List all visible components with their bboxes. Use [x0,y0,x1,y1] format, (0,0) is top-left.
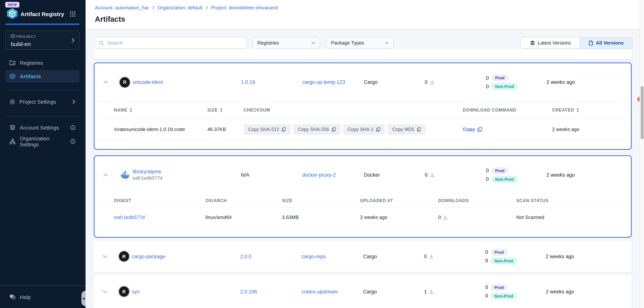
project-selector[interactable]: PROJECT build-en [5,31,80,50]
artifact-name-link[interactable]: library/alpine [132,169,241,174]
digest-link[interactable]: eafc1edb577d [114,214,206,220]
layers-icon [9,125,16,131]
sidebar-item-artifacts[interactable]: Artifacts [5,70,80,83]
artifact-registry-link[interactable]: docker-proxy-2 [302,172,364,178]
column-header: SIZE [207,108,218,112]
search-input[interactable] [107,40,242,46]
copy-icon [477,127,482,132]
environment-counts: 0Prod 0Non-Prod [485,284,546,299]
help-chat-icon: ? [9,294,16,300]
prod-count: 0 [486,75,489,81]
file-row: /cratesunicode-ident-1.0.19.crate 46.37K… [94,119,631,140]
gear-icon [9,99,15,105]
toggle-label: Latest Versions [538,40,571,46]
scan-status: Not Scanned [516,214,599,220]
column-header: SIZE [282,198,292,203]
row-menu-icon[interactable] [612,288,616,295]
feedback-beacon[interactable] [637,97,640,101]
collapse-row-icon[interactable] [103,80,108,84]
module-active-bar [5,24,80,25]
copy-sha512-button[interactable]: Copy SHA-512 [244,124,290,134]
sidebar-collapse-button[interactable]: ◀ [82,291,86,306]
downloads-count: 1 [424,289,427,294]
copy-md5-button[interactable]: Copy MD5 [388,124,426,134]
row-menu-icon[interactable] [599,214,602,221]
column-header: SCAN STATUS [516,198,548,203]
app-title: Artifact Registry [20,11,64,17]
prod-badge: Prod [491,249,508,255]
artifact-version: N/A [241,172,302,178]
breadcrumb-organization[interactable]: Organization: default [158,5,202,11]
sort-icon[interactable] [130,108,133,112]
row-menu-icon[interactable] [612,253,616,260]
package-types-filter-dropdown[interactable]: Package Types [326,37,394,49]
layers-icon [530,40,535,46]
copy-icon [376,127,380,131]
sidebar-item-label: Help [20,294,31,300]
copy-sha1-button[interactable]: Copy SHA-1 [343,124,385,134]
artifact-version-link[interactable]: 2.0.0 [240,254,302,259]
download-icon [430,173,434,177]
collapse-row-icon[interactable] [103,173,108,177]
registries-filter-dropdown[interactable]: Registries [252,37,320,49]
created-at: 2 weeks ago [546,79,613,85]
app-grid-icon[interactable] [70,11,76,17]
breadcrumb-project[interactable]: Project: donotdelete-shivanand [211,5,278,11]
prod-count: 0 [486,168,489,173]
scrollbar-track[interactable] [640,0,644,308]
artifact-name-link[interactable]: syn [132,289,240,294]
cargo-package-icon: R [120,77,130,87]
button-label: Copy MD5 [392,127,414,132]
column-header: CREATED [552,108,574,112]
package-type: Docker [364,172,425,178]
nonprod-badge: Non-Prod [491,292,517,299]
cargo-package-icon: R [119,251,129,261]
button-label: Copy SHA-1 [348,127,374,132]
all-versions-button[interactable]: All Versions [580,37,632,48]
copy-icon [282,127,286,131]
copy-sha256-button[interactable]: Copy SHA-256 [294,124,340,134]
download-icon [429,289,434,294]
artifact-name-link[interactable]: unicode-ident [132,79,241,85]
cargo-package-icon: R [119,287,129,296]
column-header: CHECKSUM [244,108,270,112]
file-size: 46.37KB [207,126,244,132]
sidebar-divider [5,116,80,116]
artifact-registry-link[interactable]: cargo-repo [302,254,363,259]
chevron-right-icon [152,6,154,10]
org-hierarchy-icon [9,138,16,144]
sidebar-item-account-settings[interactable]: Account Settings [5,121,80,134]
nonprod-count: 0 [485,293,488,299]
scrollbar-thumb[interactable] [641,86,644,139]
sidebar-item-help[interactable]: ? Help [5,291,80,303]
info-icon [70,125,76,130]
sidebar-item-project-settings[interactable]: Project Settings [5,95,80,108]
search-icon [99,40,104,46]
expand-row-icon[interactable] [102,290,108,293]
expand-row-icon[interactable] [102,255,108,258]
download-icon [429,254,434,259]
artifact-summary-row: library/alpine eafc1edb577d N/A docker-p… [94,156,631,194]
prod-badge: Prod [492,167,508,174]
sort-icon[interactable] [220,108,223,112]
copy-download-command-button[interactable]: Copy [463,126,552,132]
sidebar-item-organization-settings[interactable]: Organization Settings [5,135,80,148]
artifact-registry-link[interactable]: crates-upstream [302,289,363,294]
version-view-toggle: Latest Versions All Versions [520,37,633,49]
breadcrumb-account[interactable]: Account: automation_har [95,5,149,11]
row-menu-icon[interactable] [613,79,616,86]
artifact-name-link[interactable]: cargo-package [132,254,240,259]
artifact-registry-link[interactable]: cargo-up-temp-123 [302,79,364,85]
downloads-count: 0 [425,172,428,178]
downloads-count: 0 [425,79,428,85]
sidebar-item-registries[interactable]: Registries [5,57,80,69]
sort-icon[interactable] [576,108,580,112]
artifact-version-link[interactable]: 2.0.106 [240,289,302,294]
latest-versions-button[interactable]: Latest Versions [521,37,580,48]
artifact-version-link[interactable]: 1.0.19 [241,79,302,85]
nonprod-count: 0 [486,84,489,89]
row-menu-icon[interactable] [613,171,616,178]
created-at: 2 weeks ago [546,254,612,259]
checksum-buttons: Copy SHA-512 Copy SHA-256 Copy SHA-1 Cop… [244,124,463,134]
project-label: PROJECT [16,34,36,39]
